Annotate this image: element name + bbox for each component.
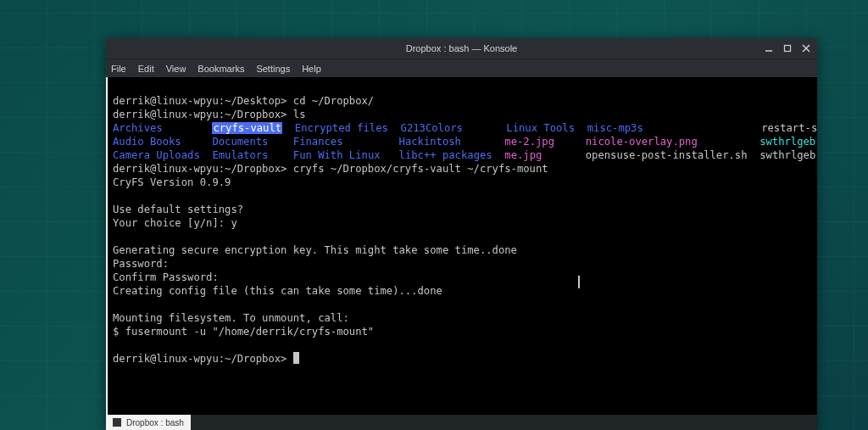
terminal-output: Use default settings?	[113, 204, 243, 215]
terminal-cursor	[293, 352, 299, 364]
dir-entry-highlighted: cryfs-vault	[212, 122, 282, 134]
command-text: cd ~/Dropbox/	[287, 95, 374, 107]
menu-view[interactable]: View	[166, 64, 186, 74]
dir-entry: Hackintosh	[399, 136, 461, 148]
prompt: derrik@linux-wpyu:~/Desktop>	[113, 95, 287, 107]
dir-entry: misc-mp3s	[587, 122, 643, 134]
file-entry: swthrlgeb-	[760, 149, 817, 161]
terminal-viewport[interactable]: derrik@linux-wpyu:~/Desktop> cd ~/Dropbo…	[106, 77, 817, 430]
dir-entry: G213Colors	[401, 122, 463, 134]
menu-file[interactable]: File	[111, 64, 126, 74]
dir-entry: Finances	[293, 136, 343, 148]
command-text: cryfs ~/Dropbox/cryfs-vault ~/cryfs-moun…	[287, 163, 548, 175]
file-entry: restart-se	[761, 122, 817, 134]
window-title: Dropbox : bash — Konsole	[406, 43, 517, 53]
dir-entry: Emulators	[212, 149, 268, 161]
titlebar[interactable]: Dropbox : bash — Konsole	[106, 38, 817, 59]
dir-entry: Fun With Linux	[293, 149, 381, 161]
dir-entry: Encrypted files	[295, 122, 388, 134]
dir-entry: libc++ packages	[399, 149, 492, 161]
terminal-output: Creating config file (this can take some…	[113, 285, 442, 297]
taskbar-tab[interactable]: Dropbox : bash	[106, 415, 191, 430]
file-entry: opensuse-post-installer.sh	[586, 149, 748, 161]
menu-edit[interactable]: Edit	[138, 64, 154, 74]
close-button[interactable]	[800, 42, 812, 54]
command-text: ls	[287, 109, 305, 120]
terminal-output: $ fusermount -u "/home/derrik/cryfs-moun…	[113, 326, 374, 338]
image-entry: me-2.jpg	[504, 136, 554, 148]
terminal-output: Confirm Password:	[113, 271, 219, 283]
prompt: derrik@linux-wpyu:~/Dropbox>	[113, 353, 287, 365]
dir-entry: Camera Uploads	[113, 149, 200, 161]
link-entry: swthrlgeb	[760, 136, 815, 148]
dir-entry: Audio Books	[113, 136, 181, 148]
terminal-output: Generating secure encryption key. This m…	[113, 244, 517, 256]
dir-entry: Archives	[113, 122, 163, 134]
menu-help[interactable]: Help	[302, 64, 321, 74]
menu-bookmarks[interactable]: Bookmarks	[198, 64, 244, 74]
terminal-output: Password:	[113, 258, 169, 270]
terminal-output: CryFS Version 0.9.9	[113, 176, 231, 188]
prompt: derrik@linux-wpyu:~/Dropbox>	[113, 109, 287, 120]
dir-entry: Linux Tools	[506, 122, 575, 134]
terminal-output: Your choice [y/n]: y	[113, 217, 237, 229]
taskbar: Dropbox : bash	[106, 415, 817, 430]
window-controls	[763, 38, 812, 59]
image-entry: nicole-overlay.png	[586, 136, 698, 148]
terminal-icon	[113, 418, 121, 427]
prompt: derrik@linux-wpyu:~/Dropbox>	[113, 163, 287, 175]
minimize-button[interactable]	[763, 42, 775, 54]
dir-entry: Documents	[212, 136, 268, 148]
svg-rect-1	[785, 46, 791, 52]
menu-settings[interactable]: Settings	[256, 64, 290, 74]
terminal-output: Mounting filesystem. To unmount, call:	[113, 312, 349, 324]
taskbar-tab-label: Dropbox : bash	[126, 418, 184, 427]
image-entry: me.jpg	[504, 149, 542, 161]
konsole-window: Dropbox : bash — Konsole File Edit View …	[106, 38, 817, 430]
menubar: File Edit View Bookmarks Settings Help	[106, 59, 817, 77]
text-cursor-icon	[578, 276, 580, 288]
maximize-button[interactable]	[782, 42, 793, 54]
